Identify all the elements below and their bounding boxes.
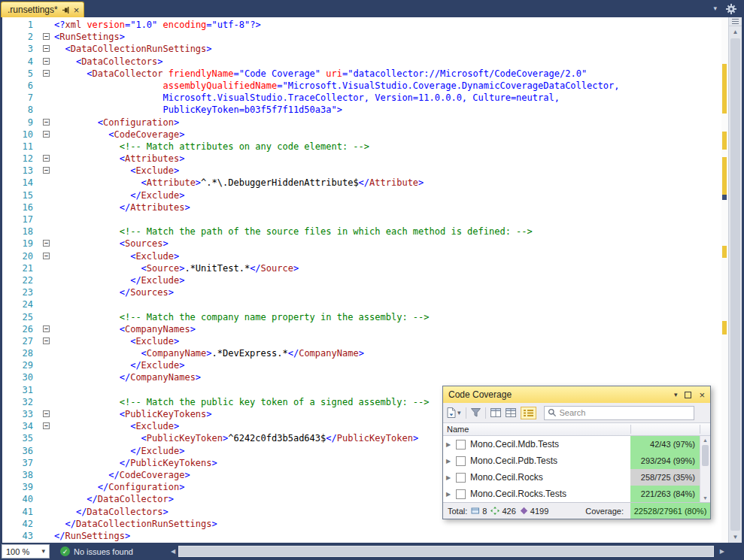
line-number: 12: [2, 153, 40, 165]
row-checkbox[interactable]: [456, 440, 466, 450]
pin-icon[interactable]: [62, 6, 70, 14]
collapse-region-icon[interactable]: −: [43, 131, 50, 138]
scroll-left-icon[interactable]: ◀: [171, 548, 175, 555]
scroll-right-icon[interactable]: ▶: [720, 548, 724, 555]
export-results-button[interactable]: ▾: [447, 407, 461, 418]
fold-margin: −: [40, 250, 54, 262]
vertical-scrollbar-thumb[interactable]: [730, 38, 740, 531]
window-menu-icon[interactable]: ▾: [674, 392, 678, 398]
document-health-indicator[interactable]: ✓ No issues found: [60, 546, 133, 556]
fold-margin: [40, 506, 54, 518]
collapse-region-icon[interactable]: −: [43, 240, 50, 247]
name-column-header[interactable]: Name: [447, 425, 469, 434]
collapse-region-icon[interactable]: −: [43, 58, 50, 65]
coverage-row[interactable]: ▶Mono.Cecil.Rocks258/725 (35%): [443, 469, 710, 486]
collapse-region-icon[interactable]: −: [43, 119, 50, 126]
settings-gear-icon[interactable]: [726, 4, 736, 14]
code-line: 18 <!-- Match the path of the source fil…: [2, 226, 721, 238]
code-line: 42 </DataCollectionRunSettings>: [2, 518, 721, 530]
close-icon[interactable]: ×: [74, 5, 80, 15]
fold-margin: [40, 189, 54, 201]
column-separator[interactable]: [700, 425, 700, 434]
toolbar-separator: [466, 407, 466, 419]
row-coverage: 42/43 (97%): [630, 436, 700, 453]
collapse-region-icon[interactable]: −: [43, 45, 50, 52]
fold-margin: [40, 104, 54, 116]
tab-runsettings[interactable]: .runsettings* ×: [1, 2, 84, 17]
collapse-region-icon[interactable]: −: [43, 338, 50, 344]
health-text: No issues found: [74, 547, 133, 556]
modified-lines-marker: [722, 64, 727, 114]
scroll-down-icon[interactable]: ▼: [700, 494, 710, 502]
code-text: assemblyQualifiedName="Microsoft.VisualS…: [54, 80, 619, 92]
line-number: 4: [2, 56, 40, 68]
show-code-columns-button[interactable]: [490, 408, 501, 417]
splitter-grip-icon[interactable]: [729, 17, 742, 26]
row-checkbox[interactable]: [456, 473, 466, 483]
line-number: 15: [2, 189, 40, 201]
coverage-row[interactable]: ▶Mono.Cecil.Rocks.Tests221/263 (84%): [443, 486, 710, 502]
code-text: </DataCollector>: [54, 493, 174, 505]
expander-icon[interactable]: ▶: [446, 441, 456, 448]
fold-margin: [40, 530, 54, 542]
code-text: <!-- Match the public key token of a sig…: [54, 396, 430, 408]
collapse-region-icon[interactable]: −: [43, 422, 50, 429]
coverage-tree: ▶Mono.Cecil.Mdb.Tests42/43 (97%)▶Mono.Ce…: [443, 436, 710, 502]
expander-icon[interactable]: ▶: [446, 458, 456, 465]
panel-title-bar[interactable]: Code Coverage ▾ ×: [443, 386, 710, 403]
collapse-region-icon[interactable]: −: [43, 155, 50, 162]
code-line: 15 </Exclude>: [2, 189, 721, 201]
line-number: 10: [2, 129, 40, 141]
horizontal-scrollbar-thumb[interactable]: [179, 546, 713, 556]
modified-lines-marker: [722, 132, 727, 150]
line-number: 35: [2, 432, 40, 444]
coverage-row[interactable]: ▶Mono.Cecil.Mdb.Tests42/43 (97%): [443, 436, 710, 453]
code-text: </PublicKeyTokens>: [54, 457, 217, 469]
line-number: 42: [2, 518, 40, 530]
collapse-region-icon[interactable]: −: [43, 70, 50, 77]
collapse-region-icon[interactable]: −: [43, 325, 50, 332]
line-number: 37: [2, 457, 40, 469]
filter-button[interactable]: [471, 408, 481, 417]
search-box[interactable]: [544, 406, 694, 420]
line-number: 5: [2, 68, 40, 80]
row-name: Mono.Cecil.Mdb.Tests: [470, 439, 559, 450]
show-percent-columns-button[interactable]: [506, 408, 516, 417]
vertical-scrollbar[interactable]: ▲ ▼: [728, 17, 742, 543]
coverage-row[interactable]: ▶Mono.Cecil.Pdb.Tests293/294 (99%): [443, 453, 710, 469]
fold-margin: [40, 274, 54, 286]
expander-icon[interactable]: ▶: [446, 474, 456, 481]
horizontal-scrollbar[interactable]: [178, 546, 714, 557]
panel-close-icon[interactable]: ×: [699, 390, 705, 400]
classes-stat: 426: [490, 507, 515, 516]
scroll-up-icon[interactable]: ▲: [729, 26, 742, 38]
collapse-region-icon[interactable]: −: [43, 33, 50, 40]
caret-position-marker: [722, 195, 727, 200]
zoom-control[interactable]: 100 % ▾: [2, 544, 50, 558]
scroll-down-icon[interactable]: ▼: [729, 531, 742, 543]
change-annotation-strip: [721, 17, 728, 543]
column-separator[interactable]: [630, 425, 631, 434]
coverage-coloring-toggle[interactable]: [521, 407, 536, 419]
code-text: <Exclude>: [54, 250, 179, 262]
row-checkbox[interactable]: [456, 489, 466, 499]
tab-list-dropdown-icon[interactable]: ▾: [713, 5, 717, 12]
fold-margin: −: [40, 43, 54, 55]
fold-margin: [40, 141, 54, 153]
maximize-icon[interactable]: [685, 392, 691, 398]
panel-vertical-scrollbar[interactable]: ▲ ▼: [700, 436, 710, 502]
export-dropdown-icon[interactable]: ▾: [457, 410, 461, 416]
grid-header[interactable]: Name: [443, 422, 710, 436]
scroll-up-icon[interactable]: ▲: [700, 436, 710, 444]
collapse-region-icon[interactable]: −: [43, 253, 50, 259]
line-number: 34: [2, 420, 40, 432]
row-checkbox[interactable]: [456, 456, 466, 466]
fold-margin: −: [40, 408, 54, 420]
fold-margin: [40, 481, 54, 493]
code-line: 21 <Source>.*UnitTest.*</Source>: [2, 262, 721, 274]
collapse-region-icon[interactable]: −: [43, 410, 50, 417]
collapse-region-icon[interactable]: −: [43, 167, 50, 174]
panel-scrollbar-thumb[interactable]: [702, 445, 709, 466]
search-input[interactable]: [560, 408, 691, 417]
expander-icon[interactable]: ▶: [446, 491, 456, 498]
